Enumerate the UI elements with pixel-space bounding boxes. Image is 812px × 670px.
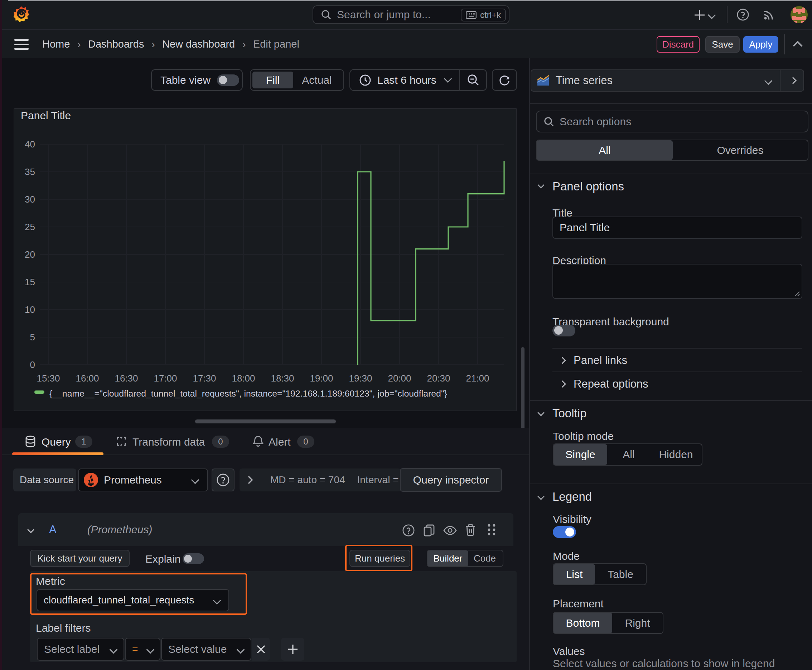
svg-text:20: 20 <box>25 249 35 260</box>
svg-text:17:30: 17:30 <box>193 373 216 384</box>
svg-text:21:00: 21:00 <box>466 373 489 384</box>
svg-text:18:00: 18:00 <box>232 373 255 384</box>
svg-text:19:30: 19:30 <box>349 373 372 384</box>
svg-text:19:00: 19:00 <box>310 373 333 384</box>
svg-text:15:30: 15:30 <box>37 373 60 384</box>
svg-text:20:00: 20:00 <box>388 373 411 384</box>
svg-text:40: 40 <box>25 139 35 150</box>
svg-text:16:00: 16:00 <box>76 373 99 384</box>
svg-text:15: 15 <box>25 277 35 288</box>
svg-text:20:30: 20:30 <box>427 373 450 384</box>
svg-text:30: 30 <box>25 194 35 205</box>
svg-text:0: 0 <box>30 359 35 370</box>
svg-text:{__name__="cloudflared_tunnel_: {__name__="cloudflared_tunnel_total_requ… <box>49 389 447 398</box>
svg-text:25: 25 <box>25 222 35 232</box>
svg-text:10: 10 <box>25 304 35 315</box>
svg-text:17:00: 17:00 <box>154 373 177 384</box>
svg-text:18:30: 18:30 <box>271 373 294 384</box>
svg-text:35: 35 <box>25 166 35 177</box>
svg-text:5: 5 <box>30 332 35 342</box>
svg-text:16:30: 16:30 <box>115 373 138 384</box>
